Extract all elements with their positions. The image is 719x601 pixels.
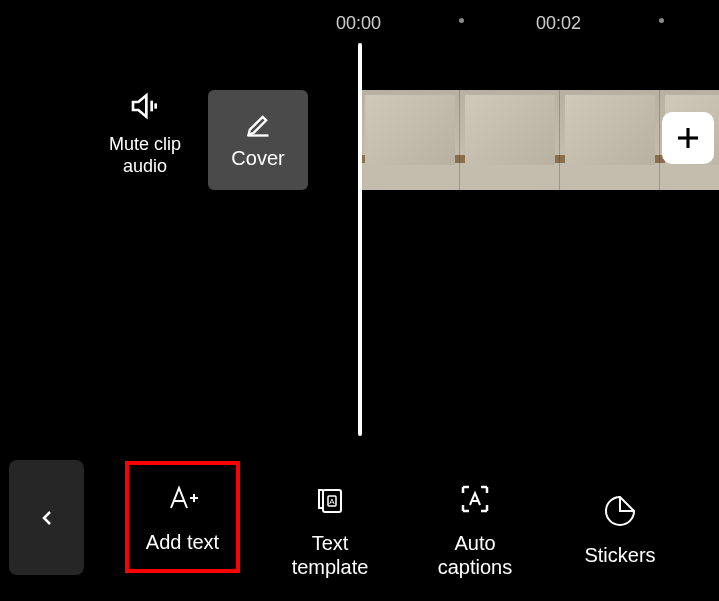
speaker-icon (129, 90, 161, 122)
ruler-time-1: 00:00 (336, 13, 381, 34)
text-template-label: Text template (292, 531, 369, 579)
pencil-icon (244, 111, 272, 139)
bottom-toolbar: Add text A Text template Auto captions S… (0, 456, 719, 601)
letter-a-plus-icon (165, 480, 201, 516)
chevron-left-icon (35, 506, 59, 530)
auto-captions-button[interactable]: Auto captions (420, 481, 530, 579)
add-clip-button[interactable] (662, 112, 714, 164)
ruler-dot-2 (659, 18, 664, 23)
add-text-label: Add text (146, 530, 219, 554)
text-template-icon: A (312, 481, 348, 517)
ruler-dot-1 (459, 18, 464, 23)
mute-clip-audio-button[interactable]: Mute clip audio (95, 90, 195, 177)
auto-captions-icon (457, 481, 493, 517)
video-frame[interactable] (560, 90, 660, 190)
stickers-button[interactable]: Stickers (565, 493, 675, 567)
video-frame[interactable] (460, 90, 560, 190)
cover-label: Cover (231, 147, 284, 170)
video-frame[interactable] (360, 90, 460, 190)
text-template-button[interactable]: A Text template (275, 481, 385, 579)
playhead[interactable] (358, 43, 362, 436)
back-button[interactable] (9, 460, 84, 575)
ruler-time-2: 00:02 (536, 13, 581, 34)
stickers-label: Stickers (584, 543, 655, 567)
cover-button[interactable]: Cover (208, 90, 308, 190)
timeline-ruler[interactable]: 00:00 00:02 (0, 8, 719, 38)
sticker-icon (602, 493, 638, 529)
plus-icon (673, 123, 703, 153)
mute-label: Mute clip audio (109, 134, 181, 177)
auto-captions-label: Auto captions (438, 531, 513, 579)
add-text-button[interactable]: Add text (125, 461, 240, 573)
svg-text:A: A (329, 497, 335, 506)
